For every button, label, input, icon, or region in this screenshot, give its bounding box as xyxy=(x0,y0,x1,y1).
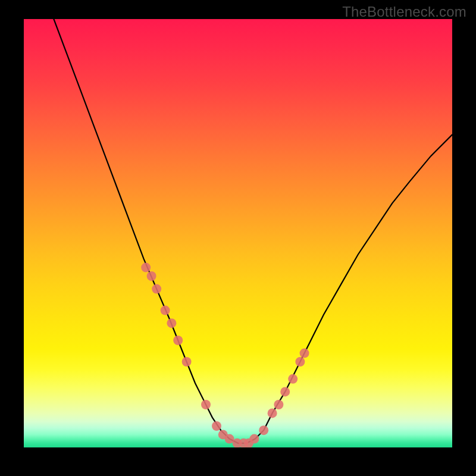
marker-point xyxy=(212,421,221,431)
marker-point xyxy=(152,284,161,294)
curve-svg xyxy=(24,19,452,447)
marker-point xyxy=(274,400,283,409)
marker-point xyxy=(147,271,156,281)
marker-point xyxy=(141,263,151,273)
marker-point xyxy=(161,306,170,315)
marker-point xyxy=(249,434,259,444)
chart-frame: TheBottleneck.com xyxy=(0,0,476,476)
marker-point xyxy=(268,408,277,418)
marker-point xyxy=(300,349,309,358)
marker-point xyxy=(167,318,176,328)
plot-area xyxy=(24,19,452,447)
marker-point xyxy=(182,357,192,367)
bottleneck-curve xyxy=(54,19,452,443)
marker-point xyxy=(280,387,290,396)
watermark-text: TheBottleneck.com xyxy=(342,4,466,20)
marker-point xyxy=(295,357,305,367)
marker-point xyxy=(201,400,211,409)
marker-point xyxy=(173,336,183,345)
bottom-border xyxy=(24,447,452,452)
marker-point xyxy=(288,374,298,384)
marker-point xyxy=(259,425,268,435)
highlight-markers xyxy=(141,263,309,447)
